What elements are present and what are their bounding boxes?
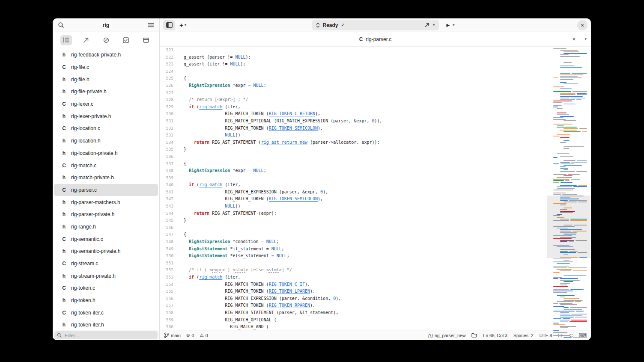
file-item[interactable]: Crig-semantic.c xyxy=(54,233,158,245)
menu-icon[interactable] xyxy=(148,22,154,28)
code-line[interactable]: 536 xyxy=(160,153,547,160)
code-line[interactable]: 532 RIG_MATCH_TOKEN (RIG_TOKEN_SEMICOLON… xyxy=(160,125,547,132)
sidebar-tab-project-tree[interactable] xyxy=(60,35,72,45)
code-line[interactable]: 533 NULL)) xyxy=(160,132,547,139)
line-number: 524 xyxy=(160,68,173,75)
code-line[interactable]: 553 if (rig_match (iter, xyxy=(160,274,547,281)
window-close-button[interactable]: × xyxy=(577,20,587,30)
file-item[interactable]: Crig-token-iter.c xyxy=(54,306,158,319)
file-item[interactable]: hrig-parser-private.h xyxy=(54,208,158,221)
code-line[interactable]: 534 return RIG_AST_STATEMENT (rig_ast_re… xyxy=(160,139,547,146)
line-number: 545 xyxy=(160,217,173,224)
file-item[interactable]: hrig-stream-private.h xyxy=(54,270,158,282)
file-item[interactable]: hrig-parser-matchers.h xyxy=(54,196,158,208)
branch-indicator[interactable]: main xyxy=(164,332,181,338)
minimap[interactable] xyxy=(547,47,591,330)
file-item[interactable]: Crig-token.c xyxy=(54,282,158,294)
code-line[interactable]: 545} xyxy=(160,217,547,224)
code-line[interactable]: 560 RIG_MATCH_AND ( xyxy=(160,323,547,330)
current-symbol[interactable]: ƒ{} rig_parser_new xyxy=(428,333,465,338)
code-line[interactable]: 525{ xyxy=(160,75,547,82)
code-line[interactable]: 548 RigAstExpression *condition = NULL; xyxy=(160,238,547,246)
h-file-icon: h xyxy=(61,52,67,58)
file-item[interactable]: hrig-location.h xyxy=(54,135,158,147)
code-line[interactable]: 555 RIG_MATCH_TOKEN (RIG_TOKEN_LPAREN), xyxy=(160,288,547,295)
file-item[interactable]: hrig-feedback-private.h xyxy=(54,49,158,61)
error-count[interactable]: ⊖ 0 xyxy=(186,333,194,338)
file-item[interactable]: hrig-file-private.h xyxy=(54,86,158,98)
build-status-button[interactable]: Ready ✓ ▾ xyxy=(312,20,439,30)
file-item[interactable]: hrig-token.h xyxy=(54,294,158,307)
code-line[interactable]: 557 RIG_MATCH_TOKEN (RIG_TOKEN_RPAREN), xyxy=(160,302,547,309)
project-folder-button[interactable] xyxy=(471,333,477,338)
filter-input[interactable] xyxy=(64,332,155,338)
code-line[interactable]: 530 RIG_MATCH_TOKEN (RIG_TOKEN_C_RETURN)… xyxy=(160,110,547,118)
file-item[interactable]: hrig-location-private.h xyxy=(54,147,158,160)
tab-title[interactable]: rig-parser.c xyxy=(366,36,391,42)
code-line[interactable]: 526 RigAstExpression *expr = NULL; xyxy=(160,82,547,89)
file-item[interactable]: hrig-file.h xyxy=(54,73,158,86)
code-line[interactable]: 540 if (rig_match (iter, xyxy=(160,181,547,189)
line-number: 538 xyxy=(160,167,173,175)
sidebar-tab-diagnostics[interactable] xyxy=(100,35,112,45)
code-lines[interactable]: 521522g_assert (parser != NULL);523g_ass… xyxy=(160,47,547,330)
file-item[interactable]: Crig-file.c xyxy=(54,61,158,74)
sidebar-tab-notes[interactable] xyxy=(140,35,152,45)
code-line[interactable]: 552 /* if ( <expr> ) <stmt> [else <stmt>… xyxy=(160,267,547,274)
code-line[interactable]: 539 xyxy=(160,175,547,182)
sidebar-tab-todo[interactable] xyxy=(120,35,132,45)
code-line[interactable]: 556 RIG_MATCH_EXPRESSION (parser, &condi… xyxy=(160,295,547,303)
encoding[interactable]: UTF-8 xyxy=(540,333,552,338)
code-line[interactable]: 529 if (rig_match (iter, xyxy=(160,104,547,111)
code-line[interactable]: 541 RIG_MATCH_EXPRESSION (parser, &expr,… xyxy=(160,189,547,196)
code-line[interactable]: 521 xyxy=(160,47,547,54)
file-item[interactable]: Crig-stream.c xyxy=(54,258,158,270)
code-line[interactable]: 523g_assert (iter != NULL); xyxy=(160,61,547,68)
minimap-viewport[interactable] xyxy=(547,196,590,258)
file-item[interactable]: Crig-match.c xyxy=(54,159,158,172)
code-line[interactable]: 546 xyxy=(160,224,547,231)
new-tab-button[interactable]: + ▾ xyxy=(179,22,186,28)
indent-mode[interactable]: Spaces: 2 xyxy=(513,333,534,338)
code-line[interactable]: 542 RIG_MATCH_TOKEN (RIG_TOKEN_SEMICOLON… xyxy=(160,196,547,203)
file-item[interactable]: hrig-match-private.h xyxy=(54,172,158,184)
code-line[interactable]: 528 /* return [<expr>] ; */ xyxy=(160,96,547,104)
tab-close-button[interactable]: × xyxy=(572,36,575,42)
file-item[interactable]: hrig-range.h xyxy=(54,221,158,233)
file-item[interactable]: Crig-lexer.c xyxy=(54,98,158,110)
code-line[interactable]: 527 xyxy=(160,89,547,97)
code-line[interactable]: 558 RIG_MATCH_STATEMENT (parser, &if_sta… xyxy=(160,309,547,317)
sidebar-tab-build[interactable] xyxy=(80,35,92,45)
file-item[interactable]: hrig-lexer-private.h xyxy=(54,110,158,122)
code-line[interactable]: 537{ xyxy=(160,160,547,168)
filter-field[interactable] xyxy=(54,331,158,339)
cursor-position[interactable]: Ln 68, Col 3 xyxy=(483,333,507,338)
code-line[interactable]: 554 RIG_MATCH_TOKEN (RIG_TOKEN_C_IF), xyxy=(160,281,547,288)
build-menu-button[interactable]: ▾ xyxy=(424,22,435,28)
tab-menu-button[interactable]: ▾ xyxy=(584,37,587,41)
code-line[interactable]: 549 RigAstStatement *if_statement = NULL… xyxy=(160,246,547,253)
code-line[interactable]: 559 RIG_MATCH_OPTIONAL ( xyxy=(160,317,547,324)
warning-count[interactable]: ⚠ 0 xyxy=(200,333,208,338)
file-item[interactable]: hrig-token-iter.h xyxy=(54,319,158,330)
run-button-group[interactable]: ▶ ▾ xyxy=(447,23,455,27)
search-icon[interactable] xyxy=(58,22,64,28)
code-line[interactable]: 544 return RIG_AST_STATEMENT (expr); xyxy=(160,210,547,217)
chevron-down-icon: ▾ xyxy=(584,37,587,41)
code-line[interactable]: 522g_assert (parser != NULL); xyxy=(160,54,547,61)
h-file-icon: h xyxy=(61,322,67,328)
code-line[interactable]: 550 RigAstStatement *else_statement = NU… xyxy=(160,252,547,260)
code-line[interactable]: 531 RIG_MATCH_OPTIONAL (RIG_MATCH_EXPRES… xyxy=(160,118,547,125)
code-line[interactable]: 535} xyxy=(160,146,547,153)
file-item[interactable]: hrig-semantic-private.h xyxy=(54,245,158,258)
code-line[interactable]: 547{ xyxy=(160,231,547,238)
file-item[interactable]: Crig-location.c xyxy=(54,122,158,135)
file-item[interactable]: Crig-parser.c xyxy=(54,184,158,196)
code-line[interactable]: 538 RigAstExpression *expr = NULL; xyxy=(160,167,547,175)
line-number: 534 xyxy=(160,139,173,146)
code-line[interactable]: 551 xyxy=(160,260,547,267)
code-line[interactable]: 524 xyxy=(160,68,547,75)
code-line[interactable]: 543 NULL)) xyxy=(160,203,547,210)
c-file-icon: C xyxy=(61,285,67,291)
toggle-sidebar-button[interactable] xyxy=(163,20,175,30)
